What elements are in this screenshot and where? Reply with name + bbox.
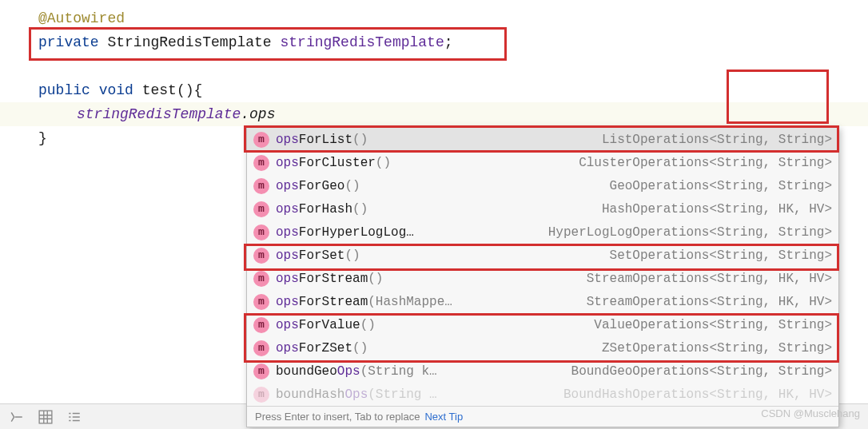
completion-return-type: ListOperations<String, String>: [602, 133, 832, 147]
field-name: stringRedisTemplate: [280, 34, 444, 50]
semicolon: ;: [444, 34, 453, 50]
completion-return-type: StreamOperations<String, HK, HV>: [587, 272, 832, 286]
method-name: test: [142, 82, 177, 98]
keyword-private: private: [38, 34, 99, 50]
method-icon: m: [253, 294, 269, 310]
completion-method-name: opsForSet(): [276, 248, 360, 263]
completion-return-type: ClusterOperations<String, String>: [579, 156, 832, 170]
completion-item[interactable]: mopsForValue()ValueOperations<String, St…: [247, 313, 838, 336]
code-line-annotation: @Autowired: [38, 6, 868, 30]
completion-item[interactable]: mopsForList()ListOperations<String, Stri…: [247, 128, 838, 151]
completion-item[interactable]: mopsForStream()StreamOperations<String, …: [247, 267, 838, 290]
completion-return-type: BoundGeoOperations<String, String>: [571, 364, 832, 379]
completion-item[interactable]: mboundHashOps(String …BoundHashOperation…: [247, 383, 838, 406]
indent-icon[interactable]: [10, 410, 24, 424]
completion-return-type: HashOperations<String, HK, HV>: [602, 202, 832, 216]
completion-return-type: ValueOperations<String, String>: [594, 318, 832, 332]
completion-footer: Press Enter to insert, Tab to replace Ne…: [247, 406, 838, 427]
completion-return-type: SetOperations<String, String>: [610, 248, 832, 263]
completion-method-name: opsForStream(): [276, 272, 383, 286]
completion-method-name: opsForHyperLogLog…: [276, 225, 414, 240]
call-typed: ops: [249, 106, 275, 122]
method-icon: m: [253, 178, 269, 194]
type-name: StringRedisTemplate: [107, 34, 271, 50]
completion-return-type: ZSetOperations<String, String>: [602, 341, 832, 356]
method-icon: m: [253, 340, 269, 356]
completion-return-type: BoundHashOperations<String, HK, HV>: [563, 387, 832, 402]
call-dot: .: [241, 106, 249, 122]
completion-item[interactable]: mboundGeoOps(String k…BoundGeoOperations…: [247, 359, 838, 383]
method-icon: m: [253, 155, 269, 171]
keyword-public: public: [38, 82, 90, 98]
close-brace: }: [38, 130, 47, 146]
svg-rect-0: [39, 411, 52, 423]
footer-hint: Press Enter to insert, Tab to replace: [255, 411, 420, 423]
completion-item[interactable]: mopsForCluster()ClusterOperations<String…: [247, 151, 838, 174]
code-line-call: stringRedisTemplate.ops: [38, 102, 868, 126]
completion-method-name: opsForStream(HashMappe…: [276, 295, 452, 309]
code-completion-popup[interactable]: mopsForList()ListOperations<String, Stri…: [246, 127, 839, 427]
list-icon[interactable]: [67, 410, 82, 424]
completion-method-name: opsForZSet(): [276, 341, 368, 356]
completion-method-name: opsForList(): [276, 133, 368, 147]
completion-item[interactable]: mopsForZSet()ZSetOperations<String, Stri…: [247, 336, 838, 359]
completion-item[interactable]: mopsForSet()SetOperations<String, String…: [247, 244, 838, 267]
completion-list[interactable]: mopsForList()ListOperations<String, Stri…: [247, 128, 838, 406]
completion-item[interactable]: mopsForStream(HashMappe…StreamOperations…: [247, 290, 838, 313]
annotation-text: @Autowired: [38, 10, 125, 26]
grid-icon[interactable]: [38, 410, 53, 424]
completion-return-type: StreamOperations<String, HK, HV>: [587, 295, 832, 309]
completion-item[interactable]: mopsForHash()HashOperations<String, HK, …: [247, 197, 838, 220]
code-line-declaration: private StringRedisTemplate stringRedisT…: [38, 30, 868, 54]
completion-method-name: opsForCluster(): [276, 156, 391, 170]
code-line-method-sig: public void test(){: [38, 78, 868, 102]
method-icon: m: [253, 387, 269, 403]
completion-method-name: opsForValue(): [276, 318, 376, 332]
call-receiver: stringRedisTemplate: [77, 106, 241, 122]
keyword-void: void: [99, 82, 133, 98]
method-icon: m: [253, 132, 269, 148]
method-icon: m: [253, 317, 269, 333]
completion-method-name: opsForGeo(): [276, 179, 360, 193]
method-icon: m: [253, 248, 269, 264]
method-icon: m: [253, 363, 269, 379]
watermark: CSDN @Musclehang: [761, 407, 860, 419]
method-icon: m: [253, 201, 269, 217]
completion-method-name: opsForHash(): [276, 202, 368, 216]
method-icon: m: [253, 271, 269, 287]
method-parens: (){: [177, 82, 202, 98]
completion-return-type: HyperLogLogOperations<String, String>: [548, 225, 832, 240]
completion-item[interactable]: mopsForGeo()GeoOperations<String, String…: [247, 174, 838, 197]
method-icon: m: [253, 224, 269, 240]
completion-method-name: boundHashOps(String …: [276, 387, 437, 402]
next-tip-link[interactable]: Next Tip: [424, 411, 463, 423]
blank-line: [38, 54, 868, 78]
completion-method-name: boundGeoOps(String k…: [276, 364, 437, 379]
completion-return-type: GeoOperations<String, String>: [610, 179, 832, 193]
completion-item[interactable]: mopsForHyperLogLog…HyperLogLogOperations…: [247, 220, 838, 244]
